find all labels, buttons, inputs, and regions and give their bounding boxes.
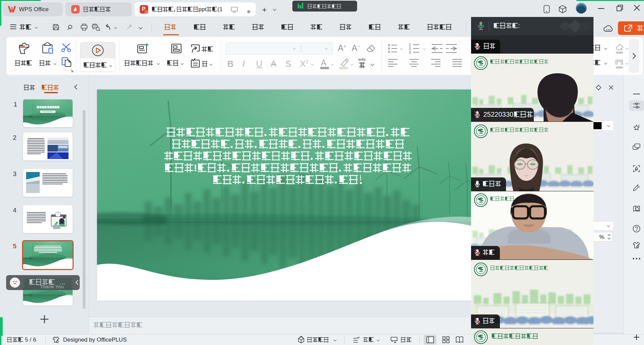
svg-text:3: 3 xyxy=(409,51,411,54)
svg-text:2: 2 xyxy=(409,47,411,51)
svg-text:1: 1 xyxy=(409,43,411,47)
